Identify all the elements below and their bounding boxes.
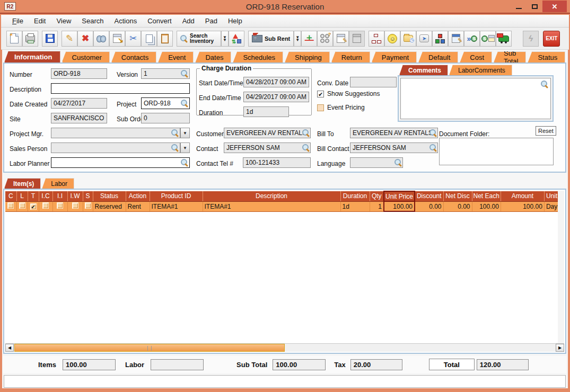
cell-amount[interactable]: 100.00 bbox=[501, 201, 544, 211]
shortcut-key-button[interactable]: ➤ bbox=[416, 31, 432, 47]
col-description[interactable]: Description bbox=[203, 191, 340, 201]
show-suggestions-checkbox[interactable]: ✔ bbox=[317, 91, 324, 97]
cell-net-disc[interactable]: 0.00 bbox=[443, 201, 472, 211]
col-ii[interactable]: I.I bbox=[52, 191, 67, 201]
customer-search-icon[interactable] bbox=[302, 129, 310, 137]
col-iw[interactable]: I.W bbox=[67, 191, 83, 201]
cell-product-id[interactable]: ITEMA#1 bbox=[150, 201, 203, 211]
menu-edit[interactable]: Edit bbox=[29, 15, 50, 26]
scroll-right-arrow[interactable]: ▶ bbox=[556, 344, 564, 352]
menu-view[interactable]: View bbox=[51, 15, 76, 26]
tab-contacts[interactable]: Contacts bbox=[111, 51, 156, 63]
version-search-icon[interactable] bbox=[181, 70, 188, 77]
project-mgr-dropdown[interactable]: ▼ bbox=[180, 128, 190, 138]
customer-field[interactable]: EVERGREEN AV RENTALS bbox=[224, 128, 311, 138]
vertical-scrollbar[interactable] bbox=[558, 191, 564, 343]
sub-rent-button[interactable]: Sub Rent bbox=[248, 31, 294, 47]
menu-actions[interactable]: Actions bbox=[110, 15, 142, 26]
col-net-disc[interactable]: Net Disc bbox=[443, 191, 472, 201]
cell-unit[interactable]: Day bbox=[544, 201, 559, 211]
tab-default[interactable]: Default bbox=[418, 51, 458, 63]
cell-status[interactable]: Reserved bbox=[93, 201, 126, 211]
cell-discount[interactable]: 0.00 bbox=[415, 201, 443, 211]
tab-labor[interactable]: Labor bbox=[42, 178, 74, 189]
close-button[interactable]: ✕ bbox=[542, 1, 567, 12]
cell-action[interactable]: Rent bbox=[126, 201, 150, 211]
history-folder-button[interactable]: ◷ bbox=[400, 31, 416, 47]
document-folder-box[interactable] bbox=[439, 138, 554, 165]
contact-tel-field[interactable]: 100-121433 bbox=[243, 157, 311, 168]
inventory-cubes-button[interactable] bbox=[432, 31, 448, 47]
tab-schedules[interactable]: Schedules bbox=[233, 51, 283, 63]
start-datetime-field[interactable]: 04/28/2017 09:00 AM bbox=[243, 77, 309, 87]
event-pricing-checkbox[interactable] bbox=[317, 104, 324, 111]
horizontal-scrollbar[interactable]: ◀ ▶ bbox=[5, 343, 564, 352]
tab-event[interactable]: Event bbox=[158, 51, 194, 63]
bill-contact-search-icon[interactable] bbox=[429, 144, 437, 152]
project-mgr-search-icon[interactable] bbox=[171, 129, 179, 137]
row-checkbox-iw[interactable] bbox=[72, 202, 78, 209]
comments-search-icon[interactable] bbox=[541, 81, 548, 88]
exit-button[interactable]: EXIT bbox=[543, 31, 560, 47]
tab-sub-total[interactable]: Sub Total bbox=[494, 51, 526, 63]
edit-note-button[interactable]: ✎ bbox=[448, 31, 464, 47]
contact-field[interactable]: JEFFERSON SAM bbox=[224, 142, 311, 153]
edit-button[interactable]: ✎ bbox=[62, 31, 77, 47]
tab-labor-comments[interactable]: LaborComments bbox=[449, 65, 512, 75]
project-search-icon[interactable] bbox=[181, 100, 188, 107]
row-checkbox-ii[interactable] bbox=[57, 202, 63, 209]
col-unit-price[interactable]: Unit Price bbox=[384, 191, 415, 201]
save-button[interactable] bbox=[42, 31, 58, 47]
scroll-left-arrow[interactable]: ◀ bbox=[5, 344, 14, 352]
language-search-icon[interactable] bbox=[394, 159, 402, 166]
tab-comments[interactable]: Comments bbox=[399, 65, 448, 75]
sales-person-field[interactable] bbox=[51, 142, 180, 153]
row-checkbox-t[interactable]: ✔ bbox=[30, 203, 37, 210]
cell-duration[interactable]: 1d bbox=[340, 201, 370, 211]
contact-search-icon[interactable] bbox=[302, 144, 310, 152]
find-button[interactable] bbox=[93, 31, 109, 47]
cell-qty[interactable]: 1 bbox=[370, 201, 384, 211]
copy-special-button[interactable]: ↘ bbox=[109, 31, 125, 47]
print-button[interactable] bbox=[22, 31, 38, 47]
reset-button[interactable]: Reset bbox=[536, 126, 556, 136]
labor-planner-search-icon[interactable] bbox=[181, 159, 188, 166]
bill-to-field[interactable]: EVERGREEN AV RENTALS bbox=[350, 128, 438, 138]
tab-dates[interactable]: Dates bbox=[195, 51, 231, 63]
cut-button[interactable]: ✂ bbox=[125, 31, 141, 47]
col-qty[interactable]: Qty bbox=[370, 191, 384, 201]
minimize-button[interactable] bbox=[511, 1, 527, 12]
project-mgr-field[interactable] bbox=[51, 128, 180, 138]
scrollbar-thumb[interactable] bbox=[14, 344, 285, 352]
tab-customer[interactable]: Customer bbox=[62, 51, 110, 63]
labor-planner-field[interactable] bbox=[51, 157, 190, 168]
col-ic[interactable]: I.C bbox=[39, 191, 52, 201]
org-chart-button[interactable] bbox=[369, 31, 384, 47]
notes-button[interactable]: ✎ bbox=[333, 31, 349, 47]
paste-button[interactable] bbox=[157, 31, 173, 47]
tab-payment[interactable]: Payment bbox=[372, 51, 417, 63]
tab-shipping[interactable]: Shipping bbox=[285, 51, 330, 63]
sales-person-search-icon[interactable] bbox=[171, 144, 179, 152]
availability-button[interactable]: ⇅ bbox=[229, 31, 244, 47]
menu-add[interactable]: Add bbox=[178, 15, 199, 26]
copy-button[interactable] bbox=[141, 31, 157, 47]
search-inventory-button[interactable]: Search Inventory bbox=[177, 31, 221, 47]
menu-pad[interactable]: Pad bbox=[200, 15, 222, 26]
bill-to-search-icon[interactable] bbox=[429, 129, 437, 137]
menu-file[interactable]: File bbox=[7, 15, 28, 26]
col-net-each[interactable]: Net Each bbox=[472, 191, 501, 201]
cell-unit-price[interactable]: 100.00 bbox=[384, 201, 415, 211]
row-checkbox-ic[interactable] bbox=[42, 202, 49, 209]
add-remove-line-button[interactable]: ＋— bbox=[301, 31, 317, 47]
end-datetime-field[interactable]: 04/29/2017 09:00 AM bbox=[243, 92, 309, 102]
col-product-id[interactable]: Product ID bbox=[150, 191, 203, 201]
col-action[interactable]: Action bbox=[126, 191, 150, 201]
maximize-button[interactable] bbox=[527, 1, 542, 12]
customer-service-button[interactable]: ☺ bbox=[384, 31, 400, 47]
menu-convert[interactable]: Convert bbox=[143, 15, 177, 26]
row-checkbox-l[interactable] bbox=[19, 202, 25, 209]
duration-field[interactable]: 1d bbox=[243, 106, 289, 117]
menu-help[interactable]: Help bbox=[223, 15, 247, 26]
shipping-truck-button[interactable] bbox=[496, 31, 512, 47]
